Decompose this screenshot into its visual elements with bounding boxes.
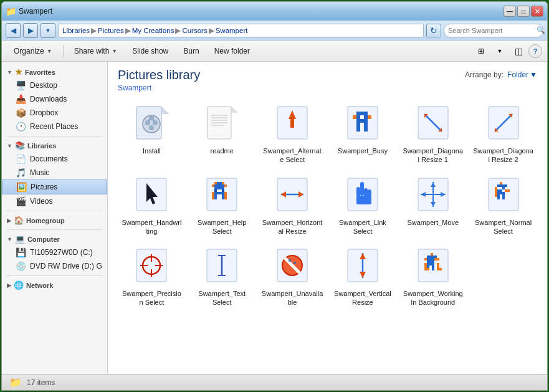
breadcrumb-swampert[interactable]: Swampert (216, 27, 248, 34)
sidebar-item-c-drive-label: TI105927W0D (C:) (30, 248, 93, 257)
slide-show-label: Slide show (132, 47, 168, 55)
libraries-icon: 📚 (15, 141, 25, 150)
file-item-link-select[interactable]: Swampert_Link Select (329, 171, 397, 241)
view-options-button[interactable]: ⊞ (472, 43, 490, 59)
svg-rect-78 (500, 184, 505, 187)
sidebar-divider-2 (7, 211, 102, 211)
sidebar-item-downloads[interactable]: 📥 Downloads (2, 92, 107, 106)
arrange-dropdown[interactable]: Folder ▼ (507, 70, 537, 79)
sidebar-item-pictures[interactable]: 🖼️ Pictures (2, 179, 107, 194)
svg-rect-51 (214, 189, 217, 192)
title-bar: 📁 Swampert — □ ✕ (2, 2, 547, 21)
sidebar-item-videos[interactable]: 🎬 Videos (2, 194, 107, 208)
dropdown-button[interactable]: ▼ (41, 23, 55, 38)
svg-rect-123 (424, 268, 429, 270)
svg-rect-25 (360, 115, 364, 119)
preview-pane-button[interactable]: ◫ (510, 43, 527, 59)
dropbox-icon: 📦 (16, 108, 26, 118)
computer-chevron-icon: ▼ (7, 236, 12, 242)
file-item-help-select[interactable]: Swampert_Help Select (188, 171, 256, 241)
breadcrumb-my-creations[interactable]: My Creations (132, 27, 174, 34)
burn-button[interactable]: Burn (176, 43, 206, 59)
svg-rect-86 (497, 194, 500, 199)
svg-rect-124 (437, 268, 442, 270)
organize-dropdown-icon: ▼ (47, 48, 52, 54)
file-item-horiz-resize[interactable]: Swampert_Horizontal Resize (259, 171, 327, 241)
svg-rect-115 (434, 258, 437, 261)
svg-point-5 (149, 115, 154, 120)
slide-show-button[interactable]: Slide show (125, 43, 175, 59)
breadcrumb-libraries[interactable]: Libraries (62, 27, 90, 34)
library-subtitle[interactable]: Swampert (118, 84, 200, 92)
svg-rect-48 (214, 184, 224, 187)
file-item-text-select[interactable]: Swampert_Text Select (188, 242, 256, 312)
breadcrumb-cursors[interactable]: Cursors (182, 27, 207, 34)
favorites-label: Favorites (25, 69, 55, 76)
file-item-vertical-resize[interactable]: Swampert_Vertical Resize (329, 242, 397, 312)
file-item-normal-select[interactable]: Swampert_Normal Select (469, 171, 537, 241)
file-item-busy[interactable]: Swampert_Busy (329, 100, 397, 169)
svg-rect-52 (222, 189, 224, 192)
svg-rect-120 (427, 263, 434, 265)
svg-rect-114 (427, 258, 434, 261)
main-window: 📁 Swampert — □ ✕ ◀ ▶ ▼ Libraries ▶ Pictu… (1, 1, 548, 391)
network-header[interactable]: ▶ 🌐 Network (2, 279, 107, 292)
libraries-header[interactable]: ▼ 📚 Libraries (2, 139, 107, 152)
sidebar-item-music[interactable]: 🎵 Music (2, 166, 107, 179)
new-folder-button[interactable]: New folder (208, 43, 257, 59)
search-input[interactable] (448, 27, 534, 34)
music-icon: 🎵 (16, 168, 26, 178)
refresh-button[interactable]: ↻ (426, 24, 441, 37)
svg-rect-77 (497, 184, 500, 187)
file-item-diag-resize-2[interactable]: Swampert_Diagonal Resize 2 (469, 100, 537, 169)
file-item-unavailable[interactable]: Swampert_Unavailable (259, 242, 327, 312)
alternate-select-icon-wrap (270, 104, 315, 144)
file-item-install[interactable]: Install (118, 100, 186, 169)
sidebar-item-d-drive[interactable]: 💿 DVD RW Drive (D:) G (2, 259, 107, 273)
sidebar-item-documents[interactable]: 📄 Documents (2, 152, 107, 166)
diag-resize-1-icon-wrap (411, 104, 456, 144)
normal-select-icon-wrap (481, 176, 526, 216)
d-drive-icon: 💿 (16, 261, 26, 271)
svg-rect-32 (364, 127, 368, 131)
forward-button[interactable]: ▶ (23, 23, 38, 38)
computer-header[interactable]: ▼ 💻 Computer (2, 232, 107, 246)
help-button[interactable]: ? (528, 44, 542, 58)
back-button[interactable]: ◀ (6, 23, 21, 38)
breadcrumb-pictures[interactable]: Pictures (98, 27, 124, 34)
sidebar-item-desktop[interactable]: 🖥️ Desktop (2, 79, 107, 92)
file-item-alternate-select[interactable]: Swampert_Alternate Select (259, 100, 327, 169)
sidebar-item-recent-places[interactable]: 🕐 Recent Places (2, 120, 107, 133)
normal-select-icon (486, 177, 521, 214)
organize-button[interactable]: Organize ▼ (7, 43, 59, 59)
view-dropdown-button[interactable]: ▼ (491, 43, 508, 59)
busy-label: Swampert_Busy (338, 146, 388, 155)
svg-rect-44 (214, 182, 217, 184)
file-item-readme[interactable]: readme (188, 100, 256, 169)
favorites-header[interactable]: ▼ ★ Favorites (2, 65, 107, 79)
busy-icon-wrap (340, 104, 385, 144)
recent-places-icon: 🕐 (16, 122, 26, 131)
pictures-icon: 🖼️ (16, 182, 27, 192)
share-with-button[interactable]: Share with ▼ (67, 43, 125, 59)
maximize-button[interactable]: □ (517, 6, 530, 17)
minimize-button[interactable]: — (504, 6, 516, 17)
network-section: ▶ 🌐 Network (2, 279, 107, 292)
file-area: Pictures library Swampert Arrange by: Fo… (108, 62, 547, 374)
homegroup-header[interactable]: ▶ 🏠 Homegroup (2, 214, 107, 227)
svg-rect-27 (368, 115, 371, 119)
file-item-handwriting[interactable]: Swampert_Handwriting (118, 171, 186, 241)
file-area-header: Pictures library Swampert Arrange by: Fo… (118, 68, 537, 92)
favorites-section: ▼ ★ Favorites 🖥️ Desktop 📥 Downloads 📦 D… (2, 65, 107, 133)
sidebar-item-dropbox[interactable]: 📦 Dropbox (2, 106, 107, 120)
svg-rect-82 (505, 189, 510, 192)
handwriting-icon (134, 177, 169, 214)
sidebar-item-c-drive[interactable]: 💾 TI105927W0D (C:) (2, 246, 107, 259)
file-item-precision-select[interactable]: Swampert_Precision Select (118, 242, 186, 312)
file-item-diag-resize-1[interactable]: Swampert_Diagonal Resize 1 (399, 100, 467, 169)
file-item-working-bg[interactable]: Swampert_Working In Background (399, 242, 467, 312)
readme-label: readme (211, 146, 234, 155)
close-button[interactable]: ✕ (531, 6, 543, 17)
file-item-move[interactable]: Swampert_Move (399, 171, 467, 241)
title-bar-left: 📁 Swampert (6, 6, 52, 16)
